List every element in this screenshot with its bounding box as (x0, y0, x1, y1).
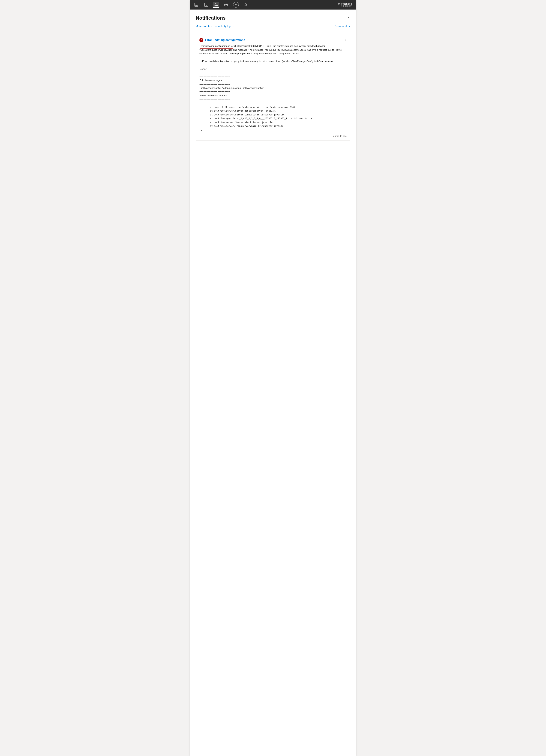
classname-legend-separator-3: ====================== (199, 90, 230, 93)
card-close-button[interactable]: × (345, 38, 347, 42)
user-domain: microsoft.com (338, 2, 352, 5)
card-title-row: ! Error updating configurations (199, 38, 245, 42)
activity-log-link[interactable]: More events in the activity log → (196, 25, 234, 28)
error-count: 1 error (199, 68, 206, 70)
app-container: ? microsoft.com MICROSOFT Notifications … (190, 0, 356, 756)
dismiss-all-button[interactable]: Dismiss all ∨ (335, 24, 350, 28)
classname-legend-separator-4: ====================== (199, 98, 230, 101)
filter-icon[interactable] (203, 2, 209, 8)
bell-icon[interactable] (213, 2, 219, 8)
panel-actions: More events in the activity log → Dismis… (196, 24, 350, 28)
error-body-text: Error updating configurations for cluste… (199, 45, 342, 55)
toolbar: ? microsoft.com MICROSOFT (190, 0, 356, 10)
highlighted-error-code: User.Configuration.Trino.Error' (200, 48, 233, 51)
classname-legend-end: End of classname legend: (199, 94, 227, 97)
card-title: Error updating configurations (205, 38, 245, 42)
panel-divider (196, 31, 350, 31)
user-org: MICROSOFT (338, 5, 352, 7)
help-icon[interactable]: ? (233, 2, 239, 8)
panel-close-button[interactable]: × (347, 15, 350, 20)
notification-panel: Notifications × More events in the activ… (190, 10, 356, 756)
classname-legend-entry: TaskManagerConfig: "io.trino.execution.T… (199, 87, 263, 89)
settings-icon[interactable] (223, 2, 229, 8)
toolbar-right: microsoft.com MICROSOFT (338, 2, 352, 7)
dismiss-all-label: Dismiss all (335, 25, 347, 28)
classname-legend-header: Full classname legend: (199, 79, 224, 82)
classname-legend-separator-1: ====================== (199, 75, 230, 78)
error-detail-1: 1) Error: Invalid configuration property… (199, 60, 333, 62)
user-icon[interactable] (243, 2, 249, 8)
panel-header: Notifications × (196, 15, 350, 21)
card-header: ! Error updating configurations × (199, 38, 347, 42)
classname-legend-separator-2: ====================== (199, 83, 230, 85)
user-info: microsoft.com MICROSOFT (338, 2, 352, 7)
stack-trace: at io.airlift.bootstrap.Bootstrap.initia… (199, 106, 314, 131)
terminal-icon[interactable] (194, 2, 199, 8)
svg-point-6 (226, 4, 227, 5)
notification-card: ! Error updating configurations × Error … (196, 35, 350, 141)
dismiss-chevron-icon: ∨ (348, 24, 350, 28)
error-icon: ! (199, 38, 203, 42)
card-body: Error updating configurations for cluste… (199, 44, 347, 132)
card-timestamp: a minute ago (199, 135, 347, 137)
svg-point-7 (245, 4, 247, 5)
toolbar-left: ? (194, 2, 249, 8)
panel-title: Notifications (196, 15, 226, 21)
